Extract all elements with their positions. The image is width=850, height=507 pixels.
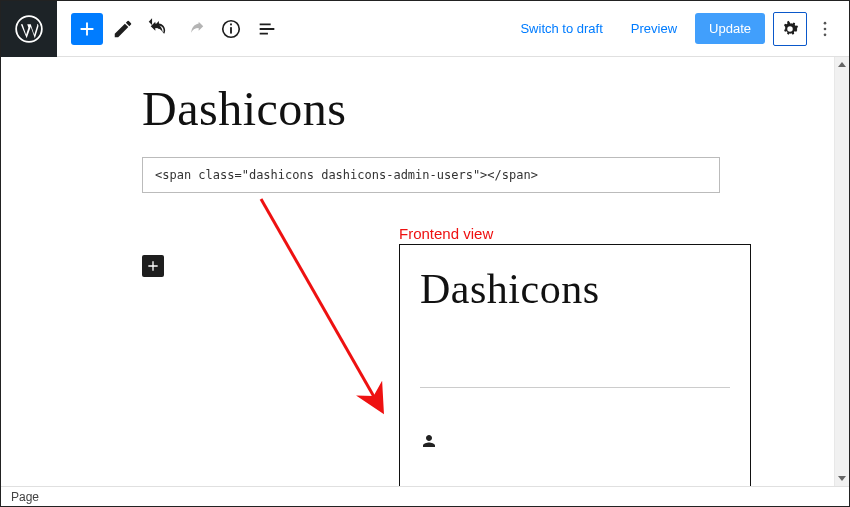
annotation-arrow (251, 189, 421, 429)
breadcrumb-item[interactable]: Page (11, 490, 39, 504)
info-icon (220, 18, 242, 40)
editor-canvas[interactable]: Dashicons <span class="dashicons dashico… (1, 57, 834, 486)
svg-point-4 (824, 21, 827, 24)
update-button[interactable]: Update (695, 13, 765, 44)
editor-top-toolbar: Switch to draft Preview Update (1, 1, 849, 57)
redo-icon (184, 18, 206, 40)
info-button[interactable] (215, 13, 247, 45)
insert-block-button[interactable] (142, 255, 164, 277)
outline-button[interactable] (251, 13, 283, 45)
svg-rect-2 (230, 27, 232, 33)
frontend-divider (420, 387, 730, 388)
editor-body: Dashicons <span class="dashicons dashico… (1, 57, 849, 486)
svg-rect-3 (230, 23, 232, 25)
frontend-view-label: Frontend view (399, 225, 493, 242)
preview-link[interactable]: Preview (621, 15, 687, 42)
add-block-button[interactable] (71, 13, 103, 45)
wordpress-logo[interactable] (1, 1, 57, 57)
more-options-button[interactable] (815, 19, 835, 39)
frontend-title: Dashicons (420, 265, 730, 313)
undo-button[interactable] (143, 13, 175, 45)
switch-to-draft-link[interactable]: Switch to draft (510, 15, 612, 42)
page-title[interactable]: Dashicons (142, 81, 346, 136)
svg-point-5 (824, 27, 827, 30)
gear-icon (779, 18, 801, 40)
pencil-icon (112, 18, 134, 40)
scroll-up-button[interactable] (835, 57, 849, 73)
undo-icon (148, 18, 170, 40)
edit-mode-button[interactable] (107, 13, 139, 45)
svg-point-6 (824, 33, 827, 36)
custom-html-block[interactable]: <span class="dashicons dashicons-admin-u… (142, 157, 720, 193)
editor-footer-breadcrumb[interactable]: Page (1, 486, 849, 506)
scroll-down-button[interactable] (835, 470, 849, 486)
dots-vertical-icon (815, 19, 835, 39)
plus-icon (145, 258, 161, 274)
list-outline-icon (256, 18, 278, 40)
svg-line-7 (261, 199, 381, 409)
vertical-scrollbar[interactable] (834, 57, 849, 486)
settings-button[interactable] (773, 12, 807, 46)
plus-icon (76, 18, 98, 40)
toolbar-left-group (1, 1, 283, 57)
toolbar-right-group: Switch to draft Preview Update (510, 12, 835, 46)
redo-button[interactable] (179, 13, 211, 45)
frontend-preview-box: Dashicons (399, 244, 751, 486)
admin-users-icon (420, 432, 730, 454)
